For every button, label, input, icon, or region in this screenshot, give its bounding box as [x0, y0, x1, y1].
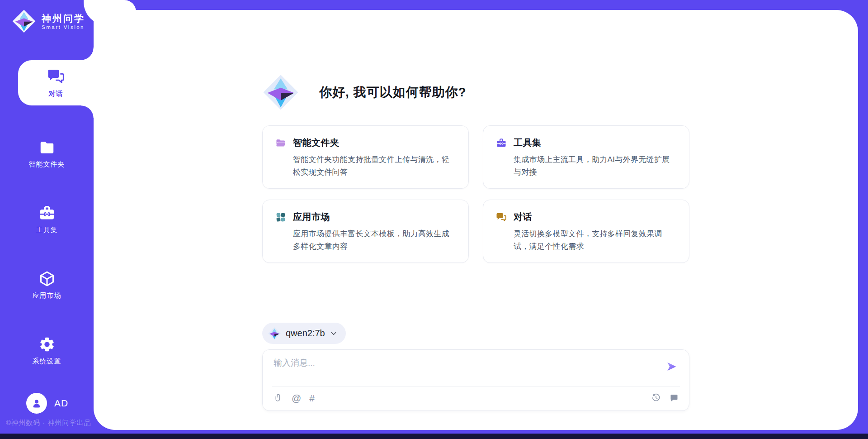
model-selector[interactable]: qwen2:7b: [262, 323, 346, 344]
model-diamond-icon: [268, 327, 281, 340]
chat-icon: [47, 67, 65, 86]
toolbox-icon: [496, 138, 507, 148]
brand-logo: 神州问学 Smart Vision: [12, 9, 85, 33]
sidebar-item-label: 应用市场: [33, 291, 61, 300]
card-toolset[interactable]: 工具集 集成市场上主流工具，助力AI与外界无缝扩展与对接: [483, 125, 689, 189]
chevron-down-icon: [330, 329, 338, 338]
tab-fillet-top: [81, 48, 94, 60]
card-title: 对话: [514, 211, 532, 223]
card-title: 智能文件夹: [293, 137, 340, 149]
greeting-text: 你好, 我可以如何帮助你?: [319, 84, 467, 101]
sidebar-item-label: 工具集: [36, 226, 58, 234]
folder-icon: [275, 138, 286, 148]
sidebar-item-toolset[interactable]: 工具集: [0, 196, 94, 243]
user-name: AD: [54, 398, 68, 409]
card-smart-folder[interactable]: 智能文件夹 智能文件夹功能支持批量文件上传与清洗，轻松实现文件问答: [262, 125, 469, 189]
sidebar-item-app-market[interactable]: 应用市场: [0, 262, 94, 309]
send-button[interactable]: [665, 361, 679, 374]
sidebar-item-chat[interactable]: 对话: [18, 60, 94, 105]
person-icon: [30, 397, 43, 410]
hash-icon[interactable]: #: [309, 393, 315, 403]
card-chat[interactable]: 对话 灵活切换多模型文件，支持多样回复效果调试，满足个性化需求: [483, 200, 689, 263]
folder-icon: [38, 139, 56, 156]
brand-title: 神州问学: [42, 13, 85, 24]
sidebar-item-label: 智能文件夹: [29, 160, 65, 169]
history-icon[interactable]: [651, 393, 661, 403]
card-title: 应用市场: [293, 211, 330, 223]
gear-icon: [38, 336, 56, 353]
card-description: 集成市场上主流工具，助力AI与外界无缝扩展与对接: [514, 153, 677, 178]
main-content: 你好, 我可以如何帮助你? 智能文件夹 智能文件夹功能支持批量文件上传与清洗，轻…: [94, 10, 858, 430]
sidebar-item-label: 对话: [49, 90, 63, 98]
card-description: 智能文件夹功能支持批量文件上传与清洗，轻松实现文件问答: [293, 153, 457, 178]
market-grid-icon: [275, 212, 286, 223]
card-description: 应用市场提供丰富长文本模板，助力高效生成多样化文章内容: [293, 228, 457, 253]
bottom-bar: [0, 434, 868, 439]
cube-icon: [38, 270, 56, 287]
greeting: 你好, 我可以如何帮助你?: [262, 74, 689, 111]
card-description: 灵活切换多模型文件，支持多样回复效果调试，满足个性化需求: [514, 228, 677, 253]
toolbox-icon: [38, 205, 56, 222]
composer: qwen2:7b: [262, 323, 689, 411]
user-account[interactable]: AD: [26, 393, 68, 414]
sidebar-item-label: 系统设置: [33, 357, 61, 366]
attachment-icon[interactable]: [274, 393, 283, 403]
send-icon: [665, 361, 677, 372]
avatar: [26, 393, 47, 414]
model-name: qwen2:7b: [286, 328, 325, 339]
brand-diamond-icon: [12, 9, 36, 33]
sidebar: 神州问学 Smart Vision 对话 智能文件夹: [0, 0, 94, 439]
sidebar-item-settings[interactable]: 系统设置: [0, 327, 94, 374]
brand-subtitle: Smart Vision: [42, 24, 85, 30]
feature-cards: 智能文件夹 智能文件夹功能支持批量文件上传与清洗，轻松实现文件问答 工具集 集成…: [262, 125, 689, 263]
sidebar-item-smart-folder[interactable]: 智能文件夹: [0, 130, 94, 177]
card-title: 工具集: [514, 137, 542, 149]
copyright-footer: ©神州数码 · 神州问学出品: [6, 419, 91, 427]
greeting-diamond-icon: [262, 74, 299, 111]
message-input[interactable]: [274, 357, 665, 382]
message-input-card: @ #: [262, 349, 689, 411]
at-icon[interactable]: @: [292, 393, 301, 403]
message-icon[interactable]: [669, 393, 679, 403]
card-app-market[interactable]: 应用市场 应用市场提供丰富长文本模板，助力高效生成多样化文章内容: [262, 200, 469, 263]
tab-fillet-bottom: [81, 105, 94, 118]
chat-icon: [496, 212, 507, 223]
